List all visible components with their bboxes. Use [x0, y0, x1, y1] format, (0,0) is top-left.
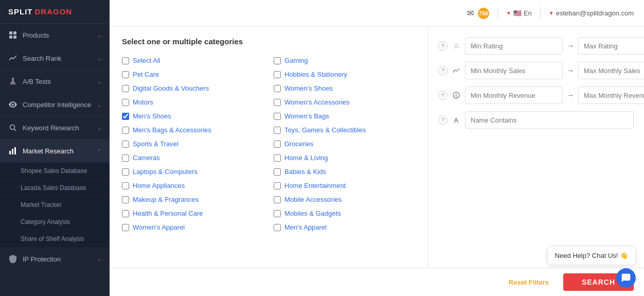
filter-panel: ? ☆ → ? → [428, 27, 644, 268]
sidebar-item-products[interactable]: Products ⌄ [0, 24, 110, 47]
sidebar-sub-market-tracker[interactable]: Market Tracker [0, 197, 110, 214]
sidebar-item-keyword-research[interactable]: Keyword Research ⌄ [0, 116, 110, 140]
category-checkbox-home-appliances[interactable] [122, 182, 129, 189]
category-checkbox-mens-shoes[interactable] [122, 113, 129, 120]
sidebar-item-competitor-intelligence[interactable]: Competitor Intelligence ⌄ [0, 93, 110, 116]
max-monthly-revenue-input[interactable] [578, 86, 644, 104]
category-checkbox-mens-apparel[interactable] [274, 224, 281, 231]
sidebar-item-ab-tests[interactable]: A/B Tests ⌄ [0, 70, 110, 93]
category-label-mobile-accessories[interactable]: Mobile Accessories [284, 196, 342, 203]
max-monthly-sales-input[interactable] [578, 62, 644, 79]
category-label-home-entertainment[interactable]: Home Entertainment [284, 182, 346, 189]
category-checkbox-pet-care[interactable] [122, 71, 129, 78]
chevron-icon-4: ⌄ [97, 102, 101, 108]
category-label-womens-accessories[interactable]: Women's Accessories [284, 98, 350, 106]
star-icon: ☆ [452, 41, 461, 50]
category-checkbox-motors[interactable] [122, 99, 129, 106]
svg-text:$: $ [455, 93, 457, 98]
min-rating-input[interactable] [465, 37, 563, 55]
category-checkbox-digital-goods[interactable] [122, 85, 129, 92]
category-checkbox-home-living[interactable] [274, 154, 281, 162]
sidebar-label-products: Products [23, 31, 49, 39]
min-monthly-sales-input[interactable] [465, 62, 563, 79]
revenue-help-icon[interactable]: ? [438, 91, 448, 100]
category-label-mens-shoes[interactable]: Men's Shoes [133, 112, 171, 120]
max-rating-input[interactable] [578, 37, 644, 55]
category-checkbox-gaming[interactable] [274, 57, 281, 64]
sidebar-sub-share-of-shelf[interactable]: Share of Shelf Analysis [0, 231, 110, 248]
chat-open-button[interactable] [616, 268, 636, 288]
category-label-hobbies-stationery[interactable]: Hobbies & Stationery [284, 71, 347, 78]
category-item: Home Appliances [122, 180, 263, 191]
min-monthly-revenue-input[interactable] [465, 86, 563, 104]
sidebar-label-ip-protection: IP Protection [23, 255, 61, 263]
category-checkbox-laptops-computers[interactable] [122, 168, 129, 176]
category-checkbox-hobbies-stationery[interactable] [274, 71, 281, 78]
sidebar-label-competitor-intelligence: Competitor Intelligence [23, 101, 91, 109]
category-panel: Select one or multiple categories Select… [110, 27, 428, 268]
search-icon [8, 123, 17, 132]
category-label-home-living[interactable]: Home & Living [284, 154, 328, 162]
category-checkbox-babies-kids[interactable] [274, 168, 281, 176]
filter-arrow-rating: → [567, 42, 574, 50]
category-label-womens-shoes[interactable]: Women's Shoes [284, 84, 333, 92]
category-label-womens-apparel[interactable]: Women's Apparel [133, 223, 185, 231]
reset-filters-button[interactable]: Reset Filters [500, 274, 557, 290]
category-checkbox-cameras[interactable] [122, 154, 129, 162]
category-label-babies-kids[interactable]: Babies & Kids [284, 168, 326, 176]
notification-area[interactable]: ✉ 756 [464, 8, 489, 19]
svg-rect-3 [13, 36, 16, 39]
category-checkbox-mens-bags[interactable] [122, 127, 129, 134]
category-label-cameras[interactable]: Cameras [133, 154, 160, 162]
flask-icon [8, 77, 17, 86]
sidebar-item-search-rank[interactable]: Search Rank ⌄ [0, 47, 110, 70]
sidebar-label-search-rank: Search Rank [23, 55, 61, 62]
sidebar-sub-shopee-sales-db[interactable]: Shopee Sales Database [0, 163, 110, 180]
sidebar-sub-lazada-sales-db[interactable]: Lazada Sales Database [0, 180, 110, 197]
name-help-icon[interactable]: ? [438, 115, 448, 125]
category-checkbox-health-personal-care[interactable] [122, 210, 129, 217]
language-selector[interactable]: ▼ 🇺🇸 En [506, 9, 532, 17]
category-label-digital-goods[interactable]: Digital Goods & Vouchers [133, 84, 209, 92]
sidebar-item-ip-protection[interactable]: IP Protection ⌄ [0, 248, 110, 271]
category-label-health-personal-care[interactable]: Health & Personal Care [133, 210, 203, 217]
category-label-mens-apparel[interactable]: Men's Apparel [284, 223, 327, 231]
category-item: Makeup & Fragrances [122, 194, 263, 205]
category-label-toys-games[interactable]: Toys, Games & Collectibles [284, 126, 366, 134]
category-label-pet-care[interactable]: Pet Care [133, 71, 159, 78]
category-item: Women's Apparel [122, 222, 263, 233]
category-checkbox-toys-games[interactable] [274, 127, 281, 134]
category-checkbox-mobiles-gadgets[interactable] [274, 210, 281, 217]
name-contains-input[interactable] [465, 111, 634, 129]
category-label-laptops-computers[interactable]: Laptops & Computers [133, 168, 198, 176]
chart-line-icon [8, 54, 17, 63]
topbar-divider [497, 7, 498, 20]
category-label-sports-travel[interactable]: Sports & Travel [133, 140, 178, 148]
sidebar-item-market-research[interactable]: Market Research ⌄ [0, 140, 110, 163]
rating-help-icon[interactable]: ? [438, 41, 448, 50]
category-label-makeup-fragrances[interactable]: Makeup & Fragrances [133, 196, 199, 203]
category-checkbox-womens-shoes[interactable] [274, 85, 281, 92]
user-email: ▼ esteban@splitdragon.com [549, 9, 634, 17]
category-checkbox-makeup-fragrances[interactable] [122, 196, 129, 203]
category-checkbox-select-all[interactable] [122, 57, 129, 64]
category-checkbox-mobile-accessories[interactable] [274, 196, 281, 203]
svg-rect-1 [13, 31, 16, 34]
category-checkbox-womens-bags[interactable] [274, 113, 281, 120]
category-checkbox-home-entertainment[interactable] [274, 182, 281, 189]
sidebar-sub-category-analysis[interactable]: Category Analysis [0, 214, 110, 231]
category-label-home-appliances[interactable]: Home Appliances [133, 182, 185, 189]
category-label-motors[interactable]: Motors [133, 98, 153, 106]
sales-help-icon[interactable]: ? [438, 66, 448, 75]
category-label-womens-bags[interactable]: Women's Bags [284, 112, 329, 120]
category-label-mens-bags[interactable]: Men's Bags & Accessories [133, 126, 211, 134]
category-label-mobiles-gadgets[interactable]: Mobiles & Gadgets [284, 210, 341, 217]
category-item: Digital Goods & Vouchers [122, 83, 263, 94]
category-checkbox-womens-accessories[interactable] [274, 99, 281, 106]
category-label-gaming[interactable]: Gaming [284, 57, 308, 64]
category-label-select-all[interactable]: Select All [133, 57, 160, 64]
category-checkbox-womens-apparel[interactable] [122, 224, 129, 231]
category-checkbox-sports-travel[interactable] [122, 141, 129, 148]
category-checkbox-groceries[interactable] [274, 141, 281, 148]
category-label-groceries[interactable]: Groceries [284, 140, 313, 148]
